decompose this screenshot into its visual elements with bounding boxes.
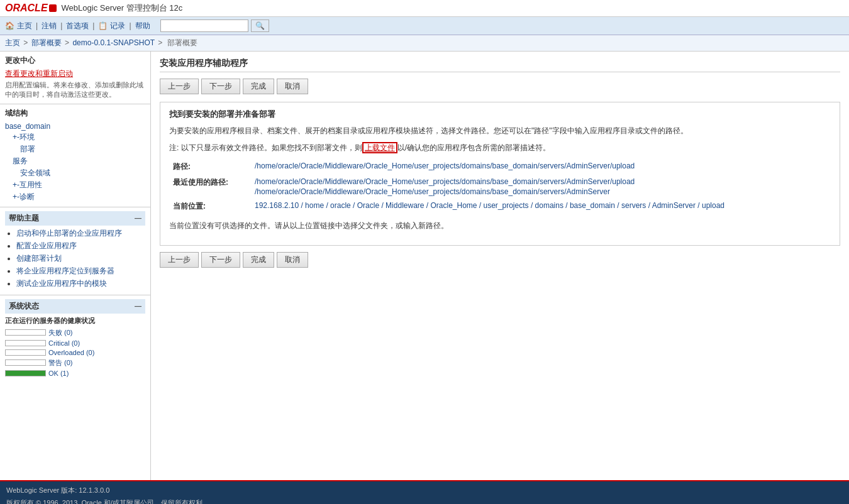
path-label: 路径: [169, 159, 251, 175]
help-topics: 帮助主题 — 启动和停止部署的企业应用程序 配置企业应用程序 创建部署计划 将企… [0, 207, 150, 295]
status-bar-critical [5, 340, 46, 346]
current-label: 当前位置: [169, 199, 251, 214]
status-overloaded: Overloaded (0) [5, 349, 145, 356]
path-row: 路径: /home/oracle/Oracle/Middleware/Oracl… [169, 159, 831, 175]
tree-item-security[interactable]: 安全领域 [5, 167, 145, 179]
oracle-box-icon [49, 4, 57, 12]
oracle-text: ORACLE [5, 3, 48, 14]
status-label-ok: OK (1) [48, 370, 69, 377]
help-item-2: 配置企业应用程序 [16, 241, 145, 251]
search-button[interactable]: 🔍 [251, 19, 269, 32]
status-bar-fail [5, 329, 46, 336]
help-list: 启动和停止部署的企业应用程序 配置企业应用程序 创建部署计划 将企业应用程序定位… [5, 228, 145, 289]
footer-version: WebLogic Server 版本: 12.1.3.0.0 [6, 485, 843, 496]
status-label-critical: Critical (0) [48, 339, 80, 347]
system-status: 系统状态 — 正在运行的服务器的健康状况 失败 (0) Critical (0)… [0, 295, 150, 383]
status-bar-ok [5, 370, 46, 376]
btn-finish-bottom[interactable]: 完成 [243, 252, 274, 268]
nav-home[interactable]: 主页 [17, 21, 32, 31]
status-ok: OK (1) [5, 370, 145, 377]
home-icon: 🏠 [5, 21, 14, 30]
breadcrumb-snapshot[interactable]: demo-0.0.1-SNAPSHOT [72, 38, 155, 47]
help-item-1: 启动和停止部署的企业应用程序 [16, 228, 145, 239]
btn-prev-top[interactable]: 上一步 [160, 79, 199, 94]
help-header: 帮助主题 — [5, 211, 145, 226]
record-icon: 📋 [98, 21, 108, 30]
path-value: /home/oracle/Oracle/Middleware/Oracle_Ho… [251, 159, 831, 175]
main-content: 安装应用程序辅助程序 上一步 下一步 完成 取消 找到要安装的部署并准备部署 为… [151, 52, 849, 480]
recent-label: 最近使用的路径: [169, 175, 251, 199]
domain-tree: base_domain +-环境 部署 服务 安全领域 +-互用性 +-诊断 [5, 121, 145, 203]
change-center: 更改中心 查看更改和重新启动 启用配置编辑。将来在修改、添加或删除此域中的项目时… [0, 52, 150, 104]
change-link[interactable]: 查看更改和重新启动 [5, 68, 145, 79]
btn-finish-top[interactable]: 完成 [243, 79, 274, 94]
nav-records[interactable]: 记录 [110, 21, 125, 31]
btn-prev-bottom[interactable]: 上一步 [160, 252, 199, 268]
header: ORACLE WebLogic Server 管理控制台 12c [0, 0, 849, 17]
server-health-title: 正在运行的服务器的健康状况 [5, 316, 145, 326]
tree-item-diag[interactable]: +-诊断 [5, 191, 145, 203]
desc2-prefix: 注: 以下只显示有效文件路径。如果您找不到部署文件，则 [169, 143, 362, 152]
change-desc: 启用配置编辑。将来在修改、添加或删除此域中的项目时，将自动激活这些更改。 [5, 80, 145, 100]
status-label-overloaded: Overloaded (0) [48, 349, 94, 356]
recent-path-1[interactable]: /home/oracle/Oracle/Middleware/Oracle_Ho… [255, 177, 827, 186]
status-label-fail: 失败 (0) [48, 328, 73, 337]
help-item-3: 创建部署计划 [16, 253, 145, 264]
status-bar-warning [5, 359, 46, 366]
navbar: 🏠 主页 | 注销 | 首选项 | 📋 记录 | 帮助 🔍 [0, 17, 849, 35]
status-collapse-btn[interactable]: — [135, 302, 142, 310]
desc2: 注: 以下只显示有效文件路径。如果您找不到部署文件，则上载文件以/确认您的应用程… [169, 142, 831, 154]
tree-item-service[interactable]: 服务 [5, 155, 145, 167]
breadcrumb: 主页 > 部署概要 > demo-0.0.1-SNAPSHOT > 部署概要 [0, 35, 849, 52]
nav-logout[interactable]: 注销 [42, 21, 57, 31]
tree-item-deploy[interactable]: 部署 [5, 143, 145, 155]
domain-root[interactable]: base_domain [5, 121, 145, 131]
upload-file-link[interactable]: 上载文件 [362, 142, 397, 153]
info-table: 路径: /home/oracle/Oracle/Middleware/Oracl… [169, 159, 831, 214]
header-title: WebLogic Server 管理控制台 12c [62, 3, 183, 14]
tree-item-env[interactable]: +-环境 [5, 131, 145, 143]
breadcrumb-current: 部署概要 [167, 38, 197, 47]
desc1: 为要安装的应用程序根目录、档案文件、展开的档案目录或应用程序模块描述符，选择文件… [169, 125, 831, 137]
nav-preferences[interactable]: 首选项 [66, 21, 89, 31]
breadcrumb-domains[interactable]: 部署概要 [31, 38, 62, 47]
btn-next-bottom[interactable]: 下一步 [201, 252, 240, 268]
status-label-warning: 警告 (0) [48, 358, 73, 368]
current-path: 192.168.2.10 / home / oracle / Oracle / … [251, 199, 831, 214]
breadcrumb-home[interactable]: 主页 [5, 38, 20, 47]
status-bar-overloaded [5, 349, 46, 356]
btn-cancel-top[interactable]: 取消 [277, 79, 308, 94]
main-layout: 更改中心 查看更改和重新启动 启用配置编辑。将来在修改、添加或删除此域中的项目时… [0, 52, 849, 480]
desc2-suffix: 以/确认您的应用程序包含所需的部署描述符。 [397, 143, 550, 152]
help-item-5: 测试企业应用程序中的模块 [16, 278, 145, 289]
status-critical: Critical (0) [5, 339, 145, 347]
help-item-4: 将企业应用程序定位到服务器 [16, 266, 145, 277]
btn-cancel-bottom[interactable]: 取消 [277, 252, 308, 268]
sidebar: 更改中心 查看更改和重新启动 启用配置编辑。将来在修改、添加或删除此域中的项目时… [0, 52, 151, 480]
tree-item-interop[interactable]: +-互用性 [5, 179, 145, 191]
top-btn-bar: 上一步 下一步 完成 取消 [160, 79, 840, 94]
recent-paths: /home/oracle/Oracle/Middleware/Oracle_Ho… [251, 175, 831, 199]
change-center-title: 更改中心 [5, 55, 145, 66]
domain-title: 域结构 [5, 108, 145, 119]
bottom-btn-bar: 上一步 下一步 完成 取消 [160, 252, 840, 268]
status-header: 系统状态 — [5, 299, 145, 314]
help-collapse-btn[interactable]: — [135, 214, 142, 222]
footer: WebLogic Server 版本: 12.1.3.0.0 版权所有 © 19… [0, 480, 849, 504]
status-warning: 警告 (0) [5, 358, 145, 368]
nav-help[interactable]: 帮助 [135, 21, 150, 31]
current-row: 当前位置: 192.168.2.10 / home / oracle / Ora… [169, 199, 831, 214]
section-title: 找到要安装的部署并准备部署 [169, 109, 831, 120]
domain-structure: 域结构 base_domain +-环境 部署 服务 安全领域 +-互用性 +-… [0, 104, 150, 207]
footer-copyright: 版权所有 © 1996, 2013, Oracle 和/或其附属公司。保留所有权… [6, 498, 843, 504]
search-input[interactable] [160, 19, 248, 32]
page-title: 安装应用程序辅助程序 [160, 58, 840, 72]
recent-row: 最近使用的路径: /home/oracle/Oracle/Middleware/… [169, 175, 831, 199]
oracle-logo: ORACLE [5, 3, 57, 14]
btn-next-top[interactable]: 下一步 [201, 79, 240, 94]
status-fail: 失败 (0) [5, 328, 145, 337]
recent-path-2[interactable]: /home/oracle/Oracle/Middleware/Oracle_Ho… [255, 187, 827, 196]
no-files-text: 当前位置没有可供选择的文件。请从以上位置链接中选择父文件夹，或输入新路径。 [169, 221, 831, 231]
